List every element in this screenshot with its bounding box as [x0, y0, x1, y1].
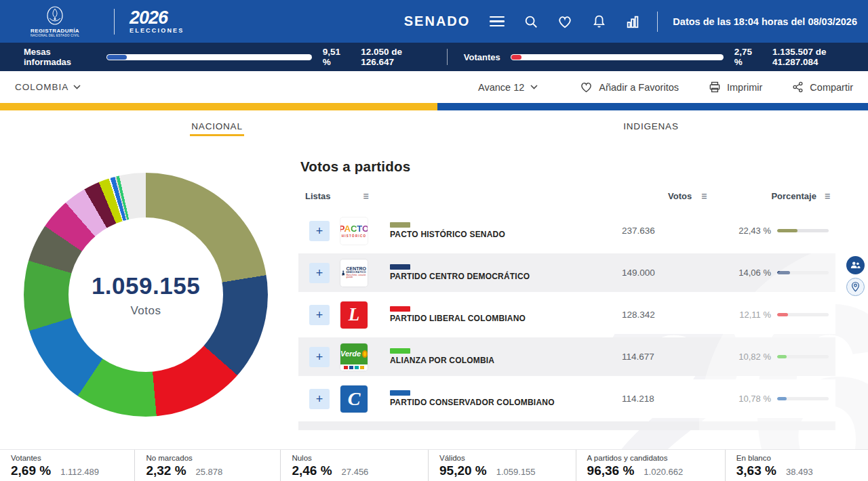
expand-row-button[interactable]: +	[309, 389, 330, 409]
accent-bar	[0, 103, 868, 110]
avance-label: Avance 12	[478, 82, 524, 93]
app-header: REGISTRADURÍA NACIONAL DEL ESTADO CIVIL …	[0, 0, 868, 43]
notifications-bell-icon[interactable]	[591, 14, 607, 30]
party-name: PACTO HISTÓRICO SENADO	[390, 230, 622, 239]
total-votes-value: 1.059.155	[92, 272, 200, 299]
sunflower-icon	[362, 350, 368, 358]
mesas-detail: 12.050 de 126.647	[361, 47, 433, 67]
stat-nulos: Nulos 2,46 % 27.456	[280, 450, 428, 481]
table-row: + C PARTIDO CONSERVADOR COLOMBIANO 114.2…	[298, 379, 835, 418]
panel-title: Votos a partidos	[300, 159, 410, 175]
location-pin-icon	[851, 282, 860, 292]
print-label: Imprimir	[727, 82, 762, 93]
tab-indigenas[interactable]: INDIGENAS	[622, 117, 679, 135]
total-votes-label: Votos	[130, 304, 161, 318]
party-pct-bar	[777, 229, 829, 232]
stat-pct: 95,20 %	[439, 463, 487, 478]
col-votos-label: Votos	[668, 191, 692, 201]
expand-row-button[interactable]: +	[309, 305, 330, 325]
votes-donut-chart: 1.059.155 Votos	[24, 173, 268, 417]
printer-icon	[709, 81, 721, 93]
stat-pct: 2,69 %	[11, 463, 51, 478]
stat-count: 1.059.155	[496, 467, 536, 477]
votantes-detail: 1.135.507 de 41.287.084	[772, 47, 868, 67]
table-header: Listas ☰ Votos ☰ Porcentaje ☰	[298, 191, 835, 201]
registraduria-crest-icon	[43, 6, 66, 26]
location-dropdown[interactable]: COLOMBIA	[15, 82, 81, 92]
menu-icon[interactable]	[489, 14, 505, 30]
col-listas-label: Listas	[305, 191, 331, 201]
votantes-label: Votantes	[464, 52, 500, 62]
party-name: PARTIDO CENTRO DEMOCRÁTICO	[390, 272, 622, 281]
stat-partidos-candidatos: A partidos y candidatos 96,36 % 1.020.66…	[576, 450, 725, 481]
share-icon	[792, 81, 804, 93]
party-pct: 12,11 %	[739, 310, 771, 320]
stat-label: Nulos	[292, 454, 424, 462]
search-icon[interactable]	[523, 14, 539, 30]
pacto-historico-logo: PACTO HISTÓRICO	[340, 217, 368, 245]
mesas-pct: 9,51 %	[323, 47, 350, 67]
header-divider-2	[657, 12, 658, 32]
stat-label: En blanco	[736, 454, 864, 462]
table-row: + L PARTIDO LIBERAL COLOMBIANO 128.342 1…	[298, 295, 835, 334]
chevron-down-icon	[530, 85, 538, 89]
stat-count: 38.493	[786, 467, 813, 477]
pacto-logo-sub: HISTÓRICO	[342, 234, 367, 238]
sort-listas-icon[interactable]: ☰	[363, 193, 369, 200]
mesas-informadas-stat: Mesas informadas 9,51 % 12.050 de 126.64…	[24, 47, 433, 67]
stat-validos: Válidos 95,20 % 1.059.155	[428, 450, 576, 481]
totals-footer: Votantes 2,69 % 1.112.489 No marcados 2,…	[0, 449, 868, 481]
stat-votantes: Votantes 2,69 % 1.112.489	[0, 450, 134, 481]
progress-divider	[447, 49, 448, 65]
stat-pct: 2,32 %	[146, 463, 186, 478]
event-year: 2026	[130, 9, 184, 27]
stats-chart-icon[interactable]	[625, 14, 641, 30]
pacto-logo-word: PACTO	[340, 224, 368, 234]
person-silhouette-icon	[342, 266, 344, 280]
share-button[interactable]: Compartir	[792, 81, 853, 93]
avance-dropdown[interactable]: Avance 12	[478, 82, 538, 93]
org-name: REGISTRADURÍA	[31, 28, 79, 34]
party-pct-bar	[777, 355, 829, 358]
partido-conservador-logo: C	[340, 385, 368, 413]
tab-nacional[interactable]: NACIONAL	[190, 117, 243, 135]
party-color-swatch	[390, 390, 410, 396]
party-pct-bar	[777, 313, 829, 316]
party-pct-bar	[777, 397, 829, 400]
stat-count: 1.112.489	[60, 467, 99, 477]
mesas-progress-fill	[107, 55, 127, 60]
table-row: + PACTO HISTÓRICO PACTO HISTÓRICO SENADO…	[298, 211, 835, 250]
partido-liberal-logo: L	[340, 301, 368, 329]
donut-center: 1.059.155 Votos	[68, 217, 223, 372]
mesas-label: Mesas informadas	[24, 47, 96, 67]
expand-row-button[interactable]: +	[309, 263, 330, 283]
expand-row-button[interactable]: +	[309, 347, 330, 367]
elections-2026-logo[interactable]: 2026 ELECCIONES	[130, 9, 184, 34]
cd-logo-line3: Mano firme, corazón grande	[346, 274, 366, 279]
parties-panel: Votos a partidos Listas ☰ Votos ☰ Porcen…	[298, 141, 835, 449]
party-name: PARTIDO CONSERVADOR COLOMBIANO	[390, 398, 622, 407]
verde-logo-word: Verde	[340, 350, 361, 358]
party-pct: 14,06 %	[738, 268, 771, 278]
org-subname: NACIONAL DEL ESTADO CIVIL	[31, 34, 79, 37]
toolbar-actions: Avance 12 Añadir a Favoritos Imprimir Co…	[478, 81, 853, 93]
event-label: ELECCIONES	[130, 28, 184, 34]
party-pct: 10,78 %	[738, 394, 771, 404]
sort-porcentaje-icon[interactable]: ☰	[825, 193, 830, 200]
expand-row-button[interactable]: +	[309, 221, 330, 241]
liberal-logo-letter: L	[349, 304, 360, 325]
sort-votos-icon[interactable]: ☰	[701, 193, 707, 200]
parties-rows: + PACTO HISTÓRICO PACTO HISTÓRICO SENADO…	[298, 211, 835, 430]
alianza-verde-logo: Verde	[340, 343, 368, 371]
stat-pct: 96,36 %	[587, 463, 635, 478]
map-floating-button[interactable]	[846, 278, 865, 296]
candidates-floating-button[interactable]	[846, 256, 865, 274]
favorites-heart-icon[interactable]	[557, 14, 573, 30]
party-pct: 22,43 %	[738, 226, 771, 236]
add-favorites-label: Añadir a Favoritos	[599, 82, 679, 93]
stat-label: Votantes	[11, 454, 130, 462]
add-favorites-button[interactable]: Añadir a Favoritos	[580, 81, 679, 93]
share-label: Compartir	[810, 82, 853, 93]
print-button[interactable]: Imprimir	[709, 81, 762, 93]
registraduria-logo[interactable]: REGISTRADURÍA NACIONAL DEL ESTADO CIVIL	[11, 6, 99, 37]
